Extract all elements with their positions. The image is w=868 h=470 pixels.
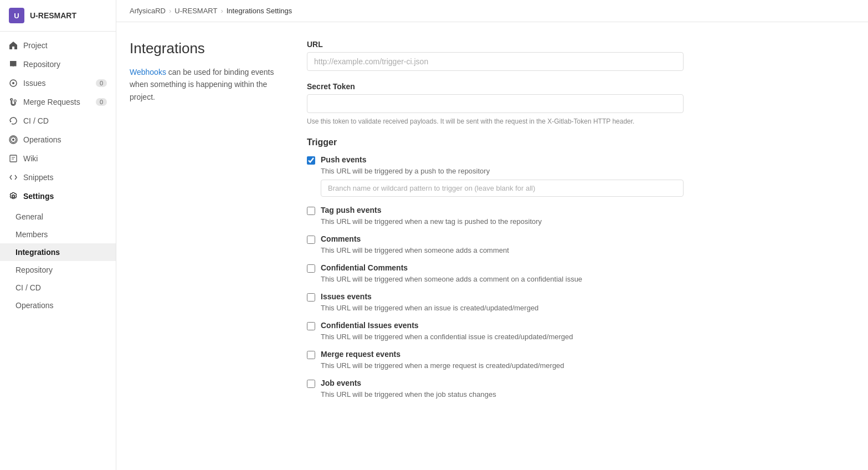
trigger-desc-tag-push-events: This URL will be triggered when a new ta… (307, 217, 684, 226)
book-icon (9, 60, 18, 69)
sidebar-item-issues[interactable]: Issues 0 (0, 74, 116, 93)
content-area: Integrations Webhooks can be used for bi… (116, 22, 868, 470)
trigger-label: Trigger (307, 137, 684, 147)
cicd-icon (9, 116, 18, 125)
main-content: ArfysicaRD › U-RESMART › Integrations Se… (116, 0, 868, 470)
page-description: Webhooks can be used for binding events … (130, 66, 285, 103)
trigger-title-issues-events: Issues events (321, 292, 372, 301)
trigger-title-job-events: Job events (321, 379, 361, 387)
url-field-group: URL (307, 40, 684, 71)
sidebar-sub-item-members[interactable]: Members (0, 226, 116, 243)
trigger-item-header-confidential-issues: Confidential Issues events (307, 321, 684, 330)
trigger-checkbox-issues-events[interactable] (307, 293, 315, 302)
secret-token-input[interactable] (307, 94, 684, 113)
trigger-items-container: Push eventsThis URL will be triggered by… (307, 155, 684, 399)
sidebar-item-label: Snippets (23, 173, 53, 182)
trigger-title-confidential-issues: Confidential Issues events (321, 321, 419, 330)
svg-rect-3 (10, 155, 17, 162)
sidebar-item-label: CI / CD (23, 116, 49, 125)
sidebar-item-label: Merge Requests (23, 98, 80, 106)
trigger-title-merge-request-events: Merge request events (321, 350, 400, 359)
trigger-item-tag-push-events: Tag push eventsThis URL will be triggere… (307, 206, 684, 226)
sidebar-sub-item-cicd[interactable]: CI / CD (0, 279, 116, 297)
settings-icon (9, 192, 18, 201)
trigger-desc-job-events: This URL will be triggered when the job … (307, 390, 684, 399)
sidebar-item-operations[interactable]: Operations (0, 130, 116, 149)
avatar: U (9, 8, 24, 23)
sidebar-item-label: Repository (23, 60, 60, 69)
sidebar-item-wiki[interactable]: Wiki (0, 149, 116, 168)
trigger-item-push-events: Push eventsThis URL will be triggered by… (307, 155, 684, 197)
sidebar-item-label: Wiki (23, 154, 38, 163)
trigger-item-issues-events: Issues eventsThis URL will be triggered … (307, 292, 684, 312)
sidebar-item-label: Project (23, 41, 48, 50)
left-panel: Integrations Webhooks can be used for bi… (130, 40, 285, 452)
trigger-item-merge-request-events: Merge request eventsThis URL will be tri… (307, 350, 684, 370)
breadcrumb-uresmart[interactable]: U-RESMART (174, 7, 217, 15)
trigger-desc-confidential-issues: This URL will be triggered when a confid… (307, 333, 684, 341)
breadcrumb-current: Integrations Settings (227, 7, 292, 15)
sidebar-header: U U-RESMART (0, 0, 116, 32)
sidebar-item-label: Operations (23, 135, 61, 144)
trigger-checkbox-job-events[interactable] (307, 380, 315, 388)
webhooks-link[interactable]: Webhooks (130, 68, 166, 76)
secret-token-label: Secret Token (307, 82, 684, 91)
trigger-item-header-comments: Comments (307, 234, 684, 244)
url-label: URL (307, 40, 684, 49)
breadcrumb-sep-2: › (220, 7, 223, 15)
trigger-checkbox-merge-request-events[interactable] (307, 351, 315, 359)
trigger-item-job-events: Job eventsThis URL will be triggered whe… (307, 379, 684, 399)
trigger-desc-issues-events: This URL will be triggered when an issue… (307, 304, 684, 312)
trigger-checkbox-comments[interactable] (307, 236, 315, 244)
merge-requests-badge: 0 (96, 98, 107, 106)
sidebar-sub-item-integrations[interactable]: Integrations (0, 243, 116, 261)
trigger-title-confidential-comments: Confidential Comments (321, 263, 408, 272)
trigger-title-push-events: Push events (321, 155, 366, 164)
issues-badge: 0 (96, 79, 107, 87)
secret-token-field-group: Secret Token Use this token to validate … (307, 82, 684, 126)
trigger-item-header-job-events: Job events (307, 379, 684, 388)
page-title: Integrations (130, 40, 285, 57)
sidebar-sub-item-operations[interactable]: Operations (0, 297, 116, 314)
trigger-checkbox-confidential-comments[interactable] (307, 264, 315, 273)
trigger-checkbox-tag-push-events[interactable] (307, 207, 315, 215)
breadcrumb-sep-1: › (169, 7, 171, 15)
trigger-item-comments: CommentsThis URL will be triggered when … (307, 234, 684, 254)
sidebar-sub-item-general[interactable]: General (0, 208, 116, 226)
trigger-desc-merge-request-events: This URL will be triggered when a merge … (307, 361, 684, 370)
sidebar-sub-item-repository[interactable]: Repository (0, 261, 116, 279)
sidebar-item-settings[interactable]: Settings (0, 187, 116, 206)
sidebar-item-merge-requests[interactable]: Merge Requests 0 (0, 93, 116, 111)
trigger-checkbox-confidential-issues[interactable] (307, 322, 315, 330)
breadcrumb: ArfysicaRD › U-RESMART › Integrations Se… (116, 0, 868, 22)
trigger-item-header-tag-push-events: Tag push events (307, 206, 684, 215)
svg-point-2 (12, 139, 14, 141)
url-input[interactable] (307, 52, 684, 71)
svg-point-1 (12, 82, 14, 84)
trigger-title-comments: Comments (321, 234, 361, 243)
trigger-checkbox-push-events[interactable] (307, 156, 315, 165)
sidebar-item-label: Settings (23, 192, 54, 201)
sidebar-item-label: Issues (23, 79, 45, 88)
sidebar: U U-RESMART Project Repository Issues 0 (0, 0, 116, 470)
merge-icon (9, 98, 18, 106)
sidebar-item-snippets[interactable]: Snippets (0, 168, 116, 187)
trigger-branch-field-push-events[interactable] (321, 180, 684, 197)
sidebar-project-name: U-RESMART (30, 11, 76, 20)
sidebar-nav: Project Repository Issues 0 Merge Reques… (0, 32, 116, 470)
settings-sub-menu: General Members Integrations Repository … (0, 206, 116, 316)
trigger-item-header-merge-request-events: Merge request events (307, 350, 684, 359)
trigger-title-tag-push-events: Tag push events (321, 206, 381, 214)
snippets-icon (9, 173, 18, 182)
breadcrumb-arfysicard[interactable]: ArfysicaRD (130, 7, 166, 15)
sidebar-item-repository[interactable]: Repository (0, 55, 116, 74)
ops-icon (9, 135, 18, 144)
right-panel: URL Secret Token Use this token to valid… (307, 40, 684, 452)
trigger-branch-input-push-events (307, 180, 684, 197)
secret-token-hint: Use this token to validate received payl… (307, 116, 684, 126)
trigger-item-header-push-events: Push events (307, 155, 684, 165)
sidebar-item-cicd[interactable]: CI / CD (0, 111, 116, 130)
sidebar-item-project[interactable]: Project (0, 36, 116, 55)
issue-icon (9, 79, 18, 88)
home-icon (9, 41, 18, 50)
